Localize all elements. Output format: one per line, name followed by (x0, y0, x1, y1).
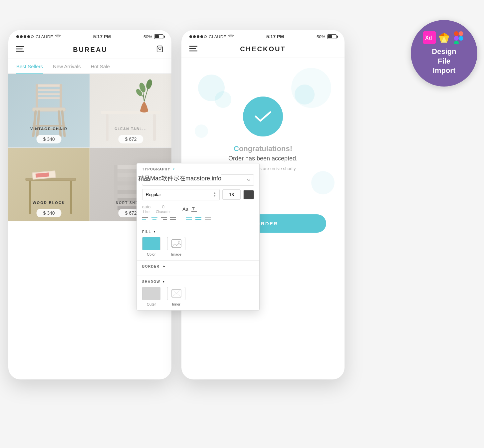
svg-rect-67 (172, 240, 181, 247)
tab-hot-sale[interactable]: Hot Sale (91, 64, 110, 73)
line-label: Line (143, 210, 149, 214)
style-selector[interactable]: Regular ▲ ▼ (142, 189, 220, 200)
xd-icon: Xd (423, 31, 436, 44)
cart-icon[interactable] (156, 45, 163, 54)
svg-point-25 (145, 79, 153, 90)
shadow-inner-label: Inner (172, 302, 180, 306)
svg-point-85 (459, 36, 463, 41)
dot2 (20, 35, 23, 38)
sketch-icon (437, 31, 451, 44)
bubble6 (311, 171, 335, 194)
battery-bar-right (327, 34, 337, 39)
watermark-text: 精品Mac软件尽在macstore.info (138, 173, 221, 184)
fill-color-option[interactable]: Color (142, 237, 160, 256)
app-title: BUREAU (73, 46, 108, 54)
shadow-outer-label: Outer (147, 302, 156, 306)
svg-line-14 (59, 112, 61, 136)
fill-color-preview (142, 237, 160, 250)
status-left: CLAUDE (16, 34, 61, 39)
tab-new-arrivals[interactable]: New Arrivals (53, 64, 81, 73)
time-left: 5:17 PM (93, 34, 111, 39)
arrow-down[interactable]: ▼ (213, 195, 216, 198)
shadow-inner-preview (167, 287, 185, 300)
border-section: BORDER ► (137, 261, 259, 276)
typography-label: TYPOGRAPHY (142, 167, 170, 171)
checkout-title: CHECKOUT (240, 45, 286, 53)
shadow-outer-preview (142, 287, 160, 300)
dot1 (16, 35, 19, 38)
text-transform-row: Aa T (182, 206, 197, 212)
vert-align-row (186, 217, 211, 222)
fill-color-label: Color (147, 252, 155, 256)
border-expand-arrow[interactable]: ► (163, 265, 166, 268)
svg-line-12 (62, 112, 65, 136)
line-value: auto (142, 204, 150, 209)
transform-aa[interactable]: Aa (182, 206, 188, 212)
typography-header: TYPOGRAPHY ▼ (142, 167, 254, 171)
shadow-section: SHADOW ▼ Outer Inner (137, 276, 259, 310)
product-label-wood: WOOD BLOCK (8, 201, 90, 205)
fill-image-option[interactable]: Image (167, 237, 185, 256)
vert-align-bot[interactable] (205, 217, 211, 222)
align-left[interactable] (142, 217, 148, 222)
bubble5 (195, 124, 208, 138)
fill-arrow: ▼ (153, 230, 156, 233)
stepper-arrows[interactable]: ▲ ▼ (213, 192, 216, 198)
bubble4 (295, 85, 315, 105)
vert-align-top[interactable] (186, 217, 192, 222)
fill-image-preview (167, 237, 185, 250)
svg-text:Xd: Xd (425, 35, 432, 41)
battery-bar-left (154, 34, 163, 39)
product-card-chair[interactable]: VINTAGE CHAIR $ 340 (8, 74, 90, 147)
font-size-input[interactable]: 13 (222, 189, 241, 200)
svg-rect-82 (459, 31, 463, 36)
hamburger-icon-right[interactable] (189, 46, 197, 53)
svg-rect-8 (36, 84, 38, 109)
shadow-outer-option[interactable]: Outer (142, 287, 160, 306)
hamburger-icon[interactable] (16, 46, 24, 53)
carrier-right: CLAUDE (209, 34, 226, 39)
product-card-table[interactable]: CLEAN TABL... $ 672 (90, 74, 171, 147)
border-header: BORDER ► (142, 265, 254, 268)
success-check-circle (243, 97, 283, 136)
font-style-row: Regular ▲ ▼ 13 (142, 189, 254, 200)
typography-panel: TYPOGRAPHY ▼ Avenir Next Regular ▲ ▼ 13 (136, 163, 260, 311)
product-card-wood[interactable]: WOOD BLOCK $ 340 (8, 148, 90, 221)
align-center[interactable] (151, 217, 157, 222)
transform-strikethrough[interactable]: T (191, 206, 197, 212)
vert-align-mid[interactable] (195, 217, 201, 222)
wifi-icon-left (55, 35, 61, 39)
dot3 (24, 35, 26, 38)
table-illustration (98, 78, 164, 144)
tab-best-sellers[interactable]: Best Sellers (16, 64, 43, 73)
badge-text: Design File Import (432, 47, 456, 76)
svg-text:T: T (192, 206, 195, 211)
char-spacing: 0 Character (156, 204, 170, 214)
product-price-table: $ 672 (118, 135, 143, 143)
svg-rect-5 (36, 89, 62, 91)
color-swatch[interactable] (243, 190, 254, 199)
fill-image-label: Image (171, 252, 181, 256)
status-left-right: CLAUDE (189, 34, 234, 39)
dot5 (31, 35, 34, 38)
design-file-import-badge[interactable]: Xd Design (411, 20, 477, 87)
product-tabs: Best Sellers New Arrivals Hot Sale (8, 59, 171, 74)
char-value: 0 (162, 204, 164, 209)
alignment-row (142, 217, 254, 222)
status-right-left: 50% (143, 34, 163, 39)
order-accepted-text: Order has been accepted. (228, 155, 298, 162)
status-bar-right: CLAUDE 5:17 PM 50% (181, 30, 345, 42)
svg-point-69 (178, 241, 180, 243)
wifi-icon-right (228, 35, 234, 39)
badge-line3: Import (433, 66, 455, 75)
line-spacing: auto Line (142, 204, 150, 214)
chair-illustration (27, 78, 71, 144)
font-style: Regular (146, 192, 161, 197)
border-label: BORDER (142, 265, 159, 268)
align-right[interactable] (161, 217, 167, 222)
rdot4 (200, 35, 203, 38)
status-right-right: 50% (317, 34, 337, 39)
shadow-inner-option[interactable]: Inner (167, 287, 185, 306)
badge-line1: Design (432, 47, 456, 56)
align-justify[interactable] (170, 217, 176, 222)
